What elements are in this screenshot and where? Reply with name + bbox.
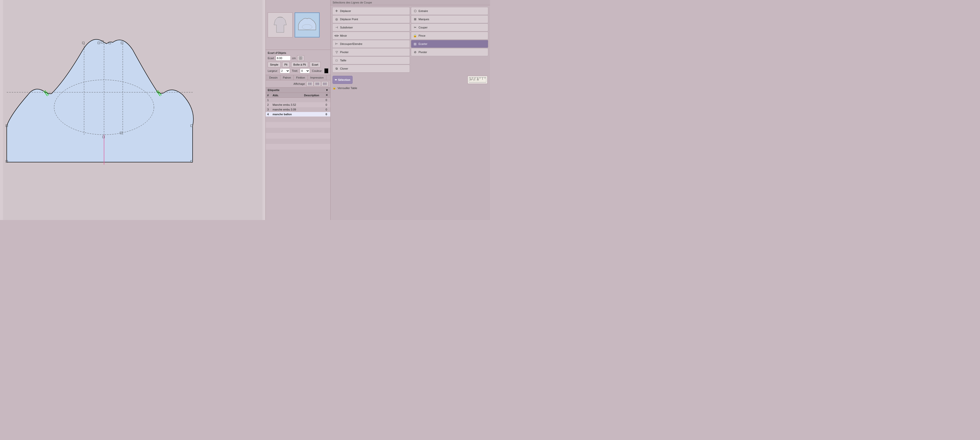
svg-rect-17 [326,83,326,85]
btn-taille[interactable]: □ Taille [332,56,410,64]
btn-pince[interactable]: 🔒 Pince [411,32,488,40]
cell-num: 4 [266,112,271,117]
etiquette-header: Etiquette ▼ [266,87,330,93]
btn-ecarter-label: Ecarter [418,43,427,45]
tiret-select[interactable]: 012 [300,68,310,73]
table-row-empty [266,139,330,144]
table-row-empty [266,144,330,150]
cell-abb [271,98,302,103]
btn-pince-label: Pince [418,34,426,37]
btn-decouper-label: Découper/Etendre [340,43,362,45]
tools-grid: ✛ Déplacer ◎ Déplacer Point ⊣ Subdiviser… [331,5,490,74]
etiquette-title: Etiquette [268,89,280,92]
btn-selection[interactable]: ✏ Sélection [332,76,353,84]
cell-desc [302,98,324,103]
btn-selection-label: Sélection [338,78,350,81]
cell-abb: manche embu 3.09 [271,107,302,112]
svg-rect-8 [310,83,311,85]
miroir-icon: ⊲⊳ [334,34,339,38]
th-x: ✕ [324,93,330,98]
couleur-label: Couleur: [312,69,322,72]
tab-dessin[interactable]: Dessin [267,75,280,80]
svg-rect-4 [299,58,301,60]
btn-subdiviser-label: Subdiviser [340,26,353,29]
btn-boite[interactable]: Boîte à Pli [291,62,308,67]
color-swatch[interactable] [325,68,328,73]
deplacer-point-icon: ◎ [334,17,339,21]
table-row[interactable]: 2 Manche embu 3.52 0 [266,103,330,107]
svg-rect-11 [317,83,318,85]
btn-pli[interactable]: Pli [282,62,290,67]
th-num: # [266,93,271,98]
ecart-input[interactable] [276,56,291,60]
btn-pivoter2[interactable]: ⊘ Pivoter [411,48,488,56]
table-row[interactable]: 1 0 [266,98,330,103]
btn-extraire-label: Extraire [418,10,428,13]
view-btn-3[interactable] [321,81,328,86]
etiquette-filter-icon[interactable]: ▼ [326,89,328,92]
extraire-icon: ⬡ [413,9,417,13]
btn-deplacer-point-label: Déplacer Point [340,18,358,21]
cell-val: 0 [324,98,330,103]
btn-ecart[interactable]: Ecart [310,62,321,67]
btn-extraire[interactable]: ⬡ Extraire [411,7,488,15]
tab-patron[interactable]: Patron [280,75,294,80]
selection-row: ✏ Sélection |0 |1 |2 [331,74,490,85]
tab-impression[interactable]: Impression [308,75,326,80]
btn-miroir[interactable]: ⊲⊳ Miroir [332,32,410,40]
btn-simple[interactable]: Simple [268,62,281,67]
th-desc: Description [302,93,324,98]
ecart-title: Ecart d'Objets [268,51,328,54]
verrouiller-row[interactable]: 🔒 Verrouiller Table [331,85,490,91]
ecart-grid-btn[interactable] [297,56,304,61]
lock-icon: 🔒 [332,86,336,89]
cell-num: 1 [266,98,271,103]
svg-rect-5 [301,58,302,60]
btn-deplacer-point[interactable]: ◎ Déplacer Point [332,15,410,23]
table-row-empty [266,128,330,133]
tab-finition[interactable]: Finition [294,75,308,80]
view-btn-2[interactable] [314,81,321,86]
couper-icon: ✂ [413,25,417,29]
subdiviser-icon: ⊣ [334,25,339,29]
tiret-label: Tiret: [292,69,298,72]
cell-val: 0 [324,112,330,117]
tools-left-col: ✛ Déplacer ◎ Déplacer Point ⊣ Subdiviser… [332,7,410,73]
view-btn-group [306,81,328,86]
btn-ecarter[interactable]: ▤ Ecarter [411,40,488,48]
pivoter2-icon: ⊘ [413,50,417,54]
cell-val: 0 [324,103,330,107]
btn-couper[interactable]: ✂ Couper [411,24,488,32]
view-btn-1[interactable] [306,81,313,86]
btn-pivoter[interactable]: ▽ Pivoter [332,48,410,56]
affichage-row: Affichage [266,80,330,87]
ecart-section: Ecart d'Objets Ecart cm Simple Pli Boîte… [266,50,330,75]
cell-num: 3 [266,107,271,112]
btn-marques[interactable]: ⊞ Marques [411,15,488,23]
svg-rect-10 [316,83,317,85]
btn-cloner[interactable]: ⧉ Cloner [332,65,410,73]
btn-pivoter-label: Pivoter [340,51,348,54]
ecart-label: Ecart [268,57,274,60]
cell-num: 2 [266,103,271,107]
pattern-svg [0,0,266,220]
cell-val: 0 [324,107,330,112]
btn-deplacer-label: Déplacer [340,10,351,13]
btn-miroir-label: Miroir [340,34,347,37]
largeur-select[interactable]: 2134 [280,68,290,73]
btn-decouper[interactable]: ⊢ Découper/Etendre [332,40,410,48]
middle-panel: Ecart d'Objets Ecart cm Simple Pli Boîte… [266,0,330,220]
thumbnail-garment[interactable] [268,13,293,37]
table-row-selected[interactable]: 4 manche ballon 0 [266,112,330,117]
svg-rect-14 [323,83,324,85]
selections-title: Sélections des Lignes de Coupe [331,0,490,5]
canvas-area [0,0,266,220]
cell-abb: Manche embu 3.52 [271,103,302,107]
cell-desc [302,112,324,117]
btn-subdiviser[interactable]: ⊣ Subdiviser [332,24,410,32]
btn-deplacer[interactable]: ✛ Déplacer [332,7,410,15]
ecart-unit: cm [292,57,296,60]
thumbnail-sleeve[interactable] [295,13,320,37]
table-row[interactable]: 3 manche embu 3.09 0 [266,107,330,112]
tools-right-col: ⬡ Extraire ⊞ Marques ✂ Couper 🔒 Pince ▤ … [410,7,489,73]
